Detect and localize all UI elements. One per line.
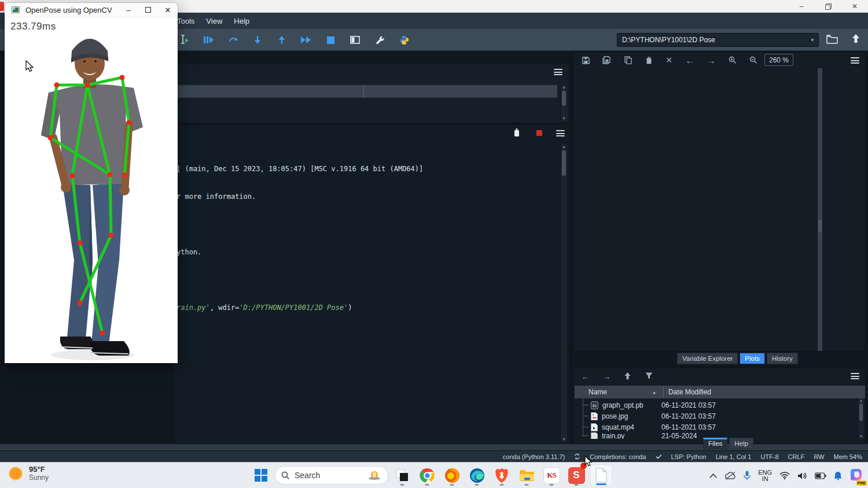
tray-chevron-icon[interactable] <box>709 474 717 478</box>
battery-icon[interactable] <box>815 472 826 479</box>
combobox-dropdown-icon[interactable]: ▾ <box>811 37 814 43</box>
debug-cell-button[interactable] <box>200 29 217 51</box>
files-up-button[interactable] <box>620 368 635 383</box>
editor-options-menu-icon[interactable] <box>554 69 562 75</box>
openpose-titlebar[interactable]: OpenPose using OpenCV – ✕ <box>5 3 178 17</box>
console-options-menu-icon[interactable] <box>556 130 565 136</box>
tab-help[interactable]: Help <box>729 438 753 449</box>
taskbar-ks-app[interactable]: KS <box>540 464 562 486</box>
taskbar-brave-app[interactable] <box>491 464 513 486</box>
taskbar-active-document-app[interactable] <box>590 464 612 486</box>
sun-icon <box>8 466 23 481</box>
speaker-icon[interactable] <box>797 472 807 480</box>
plots-options-menu-icon[interactable] <box>851 57 859 64</box>
taskbar-weather-widget[interactable]: 95°F Sunny <box>8 465 49 482</box>
console-line-3: ython. <box>176 247 423 257</box>
microphone-icon[interactable] <box>744 471 751 480</box>
taskbar-firefox-app[interactable] <box>441 464 463 486</box>
files-options-menu-icon[interactable] <box>851 373 859 379</box>
latency-readout: 233.79ms <box>10 21 56 32</box>
plots-thumbnail-scrollbar[interactable] <box>818 68 822 351</box>
interrupt-kernel-button[interactable] <box>536 130 542 136</box>
plot-close-all-button[interactable]: ✕ <box>661 53 676 68</box>
openpose-minimize-button[interactable]: – <box>119 3 138 17</box>
console-line-2: r more information. <box>176 192 423 201</box>
status-conda-env[interactable]: conda (Python 3.11.7) <box>503 453 565 460</box>
editor-scrollbar[interactable]: ▲ ▼ <box>560 85 567 121</box>
file-row-graph-opt[interactable]: 01 graph_opt.pb 06-11-2021 03:57 <box>575 400 865 411</box>
step-into-icon <box>253 35 262 45</box>
browse-directory-button[interactable] <box>826 35 838 46</box>
wifi-icon[interactable] <box>779 472 790 479</box>
spyder-logo: S <box>573 469 579 481</box>
maximize-icon <box>145 7 151 13</box>
parent-directory-button[interactable] <box>851 34 860 46</box>
column-date-modified[interactable]: Date Modified <box>668 388 711 396</box>
console-remove-button[interactable] <box>513 128 520 139</box>
plot-zoom-in-button[interactable] <box>725 53 740 68</box>
column-name[interactable]: Name <box>589 388 607 396</box>
file-row-pose[interactable]: pose.jpg 06-11-2021 03:57 <box>575 411 865 422</box>
spyder-restore-button[interactable] <box>815 0 841 13</box>
step-out-button[interactable] <box>273 29 290 51</box>
trash-icon <box>646 57 652 64</box>
status-completions[interactable]: Completions: conda <box>590 453 646 460</box>
plot-save-button[interactable] <box>578 53 593 68</box>
start-button[interactable] <box>250 464 272 486</box>
openpose-close-button[interactable]: ✕ <box>158 3 178 17</box>
file-explorer-icon <box>519 469 535 482</box>
working-directory-combobox[interactable]: D:\PYTHON\PY1001\2D Pose ▾ <box>617 33 819 47</box>
taskbar-spyder-app[interactable]: S <box>565 464 587 486</box>
tab-history[interactable]: History <box>767 353 798 364</box>
spyder-close-button[interactable]: ✕ <box>841 0 868 13</box>
files-back-button[interactable]: ← <box>578 368 593 383</box>
run-cell-button[interactable] <box>175 29 193 51</box>
taskbar-explorer-app[interactable] <box>516 464 538 486</box>
taskbar-edge-app[interactable] <box>466 464 488 486</box>
preferences-button[interactable] <box>371 29 388 51</box>
file-list-header[interactable]: Name ▲ Date Modified <box>575 386 865 398</box>
system-tray: ENG IN <box>709 463 865 488</box>
menu-help[interactable]: Help <box>228 17 255 25</box>
tab-files[interactable]: Files <box>703 438 727 449</box>
files-forward-button[interactable]: → <box>599 368 614 383</box>
plot-previous-button[interactable]: ← <box>682 53 697 68</box>
continue-button[interactable] <box>297 29 315 51</box>
taskbar-widgets-app[interactable] <box>391 464 413 486</box>
file-list-scrollbar[interactable]: ▲ ▼ <box>858 398 864 439</box>
sort-ascending-icon: ▲ <box>652 390 656 394</box>
python-env-button[interactable] <box>395 29 413 51</box>
stop-button[interactable] <box>322 29 339 51</box>
step-into-button[interactable] <box>249 29 266 51</box>
file-row-squat[interactable]: squat.mp4 06-11-2021 03:57 <box>575 422 865 432</box>
plot-save-all-button[interactable] <box>599 53 614 68</box>
language-indicator[interactable]: ENG IN <box>758 469 772 482</box>
plot-copy-button[interactable] <box>620 53 635 68</box>
notifications-bell-icon[interactable] <box>834 471 842 480</box>
file-date: 06-11-2021 03:57 <box>661 412 716 420</box>
openpose-maximize-button[interactable] <box>138 3 158 17</box>
search-highlight-graphic <box>367 469 382 481</box>
spyder-minimize-button[interactable]: – <box>788 0 815 13</box>
maximize-pane-button[interactable] <box>346 29 363 51</box>
plot-next-button[interactable]: → <box>704 53 719 68</box>
status-lsp[interactable]: LSP: Python <box>671 453 707 460</box>
menu-view[interactable]: View <box>200 17 228 25</box>
file-date: 06-11-2021 03:57 <box>661 423 716 431</box>
plot-remove-button[interactable] <box>641 53 656 68</box>
desktop: – ✕ Tools View Help <box>0 0 868 488</box>
taskbar-search-box[interactable]: Search <box>275 466 388 485</box>
files-filter-button[interactable] <box>641 368 656 383</box>
onedrive-paused-icon[interactable] <box>724 472 736 480</box>
taskbar-chrome-app[interactable] <box>416 464 438 486</box>
tab-plots[interactable]: Plots <box>740 353 765 364</box>
plot-zoom-out-button[interactable] <box>746 53 761 68</box>
tab-variable-explorer[interactable]: Variable Explorer <box>677 353 738 364</box>
svg-text:01: 01 <box>593 403 597 407</box>
video-file-icon <box>591 423 598 431</box>
zoom-out-icon <box>749 56 757 64</box>
rerun-button[interactable] <box>225 29 242 51</box>
copilot-button[interactable]: PRE <box>849 467 865 485</box>
console-scrollbar[interactable]: ▲ ▼ <box>560 145 567 442</box>
file-date: 06-11-2021 03:57 <box>661 401 716 409</box>
